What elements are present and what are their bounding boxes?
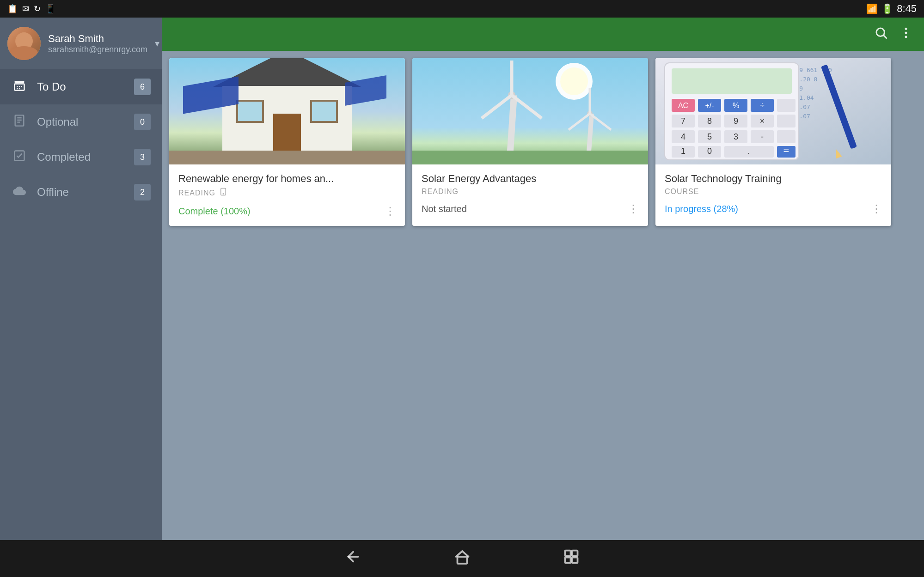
main-container: Sarah Smith sarahsmith@grennrgy.com ▾ To… [0,18,924,540]
notification-icon: 📋 [7,4,18,14]
bottom-nav-bar [0,540,924,577]
card-solar-energy[interactable]: Solar Energy Advantages READING Not star… [412,58,648,226]
status-time: 8:45 [897,3,917,15]
sync-icon: ↻ [34,4,41,14]
card-title-2: Solar Energy Advantages [422,173,639,185]
svg-rect-82 [565,557,570,563]
cards-grid: Renewable energy for homes an... READING… [162,51,924,233]
sidebar: Sarah Smith sarahsmith@grennrgy.com ▾ To… [0,18,162,540]
svg-rect-46 [777,99,795,112]
todo-label: To Do [37,80,125,93]
home-button[interactable] [454,548,471,569]
toolbar [162,18,924,51]
svg-rect-81 [572,550,577,556]
svg-rect-80 [565,550,570,556]
card-thumbnail-1 [169,58,405,164]
recent-apps-button[interactable] [563,548,580,569]
cloud-icon [11,184,28,200]
svg-point-12 [876,28,885,36]
calendar-icon [11,79,28,95]
device-icon [219,188,227,198]
search-icon[interactable] [874,26,888,43]
sidebar-item-optional[interactable]: Optional 0 [0,104,162,140]
reading-label-2: READING [422,188,459,196]
status-bar: 📋 ✉ ↻ 📱 📶 🔋 8:45 [0,0,924,18]
checkmark-icon [11,149,28,165]
card-title-1: Renewable energy for homes an... [178,173,396,185]
card-status-row-3: In progress (28%) ⋮ [665,202,882,215]
svg-text:÷: ÷ [760,101,765,110]
svg-rect-5 [17,88,18,89]
mail-icon: ✉ [22,4,29,14]
svg-point-21 [560,67,588,95]
svg-rect-79 [457,557,467,564]
user-name: Sarah Smith [48,33,147,45]
svg-rect-83 [572,557,577,563]
card-title-3: Solar Technology Training [665,173,882,185]
card-more-2[interactable]: ⋮ [628,202,639,215]
svg-rect-41 [672,68,792,94]
card-status-row-2: Not started ⋮ [422,202,639,215]
svg-text:9: 9 [734,116,738,126]
svg-text:4: 4 [681,132,685,141]
dropdown-arrow-icon[interactable]: ▾ [155,38,159,49]
completed-label: Completed [37,151,125,164]
svg-line-13 [884,35,887,38]
svg-rect-51 [777,115,795,128]
document-icon [11,114,28,130]
card-thumbnail-3: 65.29 661 120 2106.20 8 13 59 12871.04 3… [655,58,891,164]
offline-label: Offline [37,186,125,199]
back-button[interactable] [345,548,361,569]
card-solar-tech[interactable]: 65.29 661 120 2106.20 8 13 59 12871.04 3… [655,58,891,226]
sidebar-item-offline[interactable]: Offline 2 [0,175,162,210]
card-status-1: Complete (100%) [178,206,251,217]
card-status-row-1: Complete (100%) ⋮ [178,205,396,218]
sidebar-item-todo[interactable]: To Do 6 [0,69,162,104]
card-type-3: COURSE [665,188,882,196]
svg-text:1: 1 [681,146,685,156]
card-thumbnail-2 [412,58,648,164]
svg-text:%: % [733,102,739,109]
more-options-icon[interactable] [899,26,913,43]
completed-badge: 3 [134,149,151,165]
user-info: Sarah Smith sarahsmith@grennrgy.com [48,33,147,55]
reading-label-1: READING [178,189,215,197]
svg-point-16 [905,36,907,38]
todo-badge: 6 [134,79,151,95]
course-label: COURSE [665,188,699,196]
svg-rect-4 [21,86,22,87]
svg-text:AC: AC [678,102,688,109]
svg-text:3: 3 [734,132,738,141]
svg-rect-3 [19,86,20,87]
card-info-2: Solar Energy Advantages READING Not star… [412,164,648,224]
card-more-3[interactable]: ⋮ [871,202,882,215]
svg-text:+/-: +/- [705,102,714,109]
svg-point-14 [905,27,907,30]
svg-text:=: = [783,145,789,156]
svg-text:8: 8 [707,116,712,126]
wifi-icon: 📶 [866,3,878,14]
optional-label: Optional [37,115,125,128]
svg-rect-6 [19,88,20,89]
avatar [7,27,41,60]
offline-badge: 2 [134,184,151,200]
svg-text:.: . [747,146,750,156]
card-status-2: Not started [422,204,467,214]
svg-rect-56 [777,130,795,143]
svg-rect-2 [17,86,18,87]
content-area: Renewable energy for homes an... READING… [162,18,924,540]
svg-point-15 [905,31,907,34]
card-info-3: Solar Technology Training COURSE In prog… [655,164,891,224]
card-status-3: In progress (28%) [665,204,738,214]
user-email: sarahsmith@grennrgy.com [48,45,147,55]
card-more-1[interactable]: ⋮ [385,205,396,218]
card-renewable-energy[interactable]: Renewable energy for homes an... READING… [169,58,405,226]
card-type-2: READING [422,188,639,196]
optional-badge: 0 [134,114,151,130]
svg-text:7: 7 [681,116,685,126]
svg-text:5: 5 [707,132,712,141]
card-info-1: Renewable energy for homes an... READING… [169,164,405,226]
user-header[interactable]: Sarah Smith sarahsmith@grennrgy.com ▾ [0,18,162,69]
sidebar-item-completed[interactable]: Completed 3 [0,140,162,175]
phone-icon: 📱 [45,4,55,14]
